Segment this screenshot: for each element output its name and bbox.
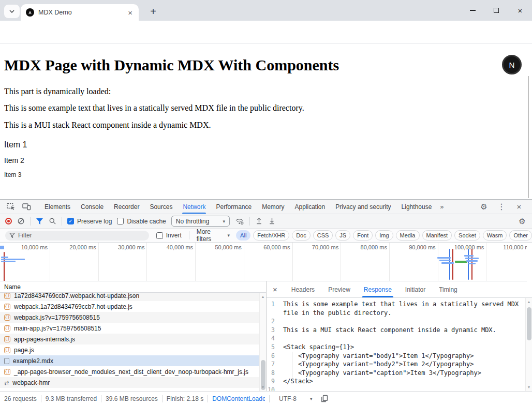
scroll-up-icon[interactable]: ▲ [526, 300, 532, 304]
checkbox-checked-icon[interactable]: ✓ [67, 218, 74, 224]
network-settings-button[interactable]: ⚙ [515, 216, 529, 227]
request-row[interactable]: {}1a72d8434769ccb7.webpack.hot-update.js… [0, 293, 259, 301]
filter-chip-other[interactable]: Other [509, 230, 532, 241]
scroll-down-icon[interactable]: ▼ [526, 385, 532, 389]
request-row[interactable]: {}page.js [0, 344, 259, 355]
devtools-tab-privacy-and-security[interactable]: Privacy and security [330, 200, 396, 214]
script-file-icon: {} [4, 304, 10, 310]
checkbox-unchecked-icon[interactable] [117, 218, 124, 224]
toolbar-divider [62, 217, 62, 226]
line-number: 4 [267, 334, 283, 343]
invert-toggle[interactable]: Invert [156, 232, 182, 239]
timeline-tick-label: 40,000 ms [152, 244, 193, 250]
line-number: 5 [267, 343, 283, 352]
nextjs-dev-badge[interactable]: N [502, 55, 522, 74]
page-scrollbar[interactable] [528, 76, 529, 198]
detail-tab-initiator[interactable]: Initiator [401, 281, 430, 297]
browser-tab[interactable]: MDX Demo × [21, 4, 139, 21]
window-close-button[interactable]: × [508, 0, 532, 21]
detail-tab-timing[interactable]: Timing [434, 281, 462, 297]
request-row[interactable]: ⇄webpack-hmr [0, 377, 259, 388]
response-scrollbar[interactable]: ▲ ▼ [525, 298, 532, 391]
invert-label[interactable]: Invert [166, 232, 182, 239]
code-line: file in the public directory. [267, 309, 525, 318]
record-network-log-button[interactable] [5, 218, 12, 224]
devtools-tab-application[interactable]: Application [290, 200, 331, 214]
timeline-tick-label: 30,000 ms [103, 244, 144, 250]
scroll-down-icon[interactable]: ▼ [260, 385, 266, 389]
request-row[interactable]: {}main-app.js?v=1759756508515 [0, 323, 259, 334]
export-har-button[interactable] [268, 217, 276, 225]
request-row[interactable]: example2.mdx [0, 355, 259, 366]
devtools-tab-memory[interactable]: Memory [257, 200, 289, 214]
devtools-settings-button[interactable]: ⚙ [477, 201, 491, 213]
more-filters-label[interactable]: More filters [197, 228, 225, 243]
import-har-button[interactable] [255, 217, 263, 225]
document-file-icon [4, 358, 9, 364]
devtools-tab-network[interactable]: Network [178, 200, 211, 214]
filter-chip-all[interactable]: All [236, 230, 250, 241]
window-minimize-button[interactable] [461, 0, 484, 21]
filter-chip-wasm[interactable]: Wasm [483, 230, 507, 241]
detail-tab-headers[interactable]: Headers [287, 281, 319, 297]
filter-input[interactable]: Filter [5, 231, 149, 241]
disable-cache-toggle[interactable]: Disable cache [117, 218, 166, 225]
devtools-tab-performance[interactable]: Performance [211, 200, 257, 214]
request-row[interactable]: {}_app-pages-browser_node_modules_next_d… [0, 366, 259, 377]
timeline-green-bar [455, 261, 467, 263]
preserve-log-label[interactable]: Preserve log [77, 218, 112, 225]
browser-tab-strip: MDX Demo × + × [0, 0, 532, 21]
network-conditions-button[interactable] [235, 217, 244, 225]
request-list-scrollbar[interactable]: ▲ ▼ [259, 293, 266, 391]
scroll-up-icon[interactable]: ▲ [260, 295, 266, 298]
devtools-tab-elements[interactable]: Elements [39, 200, 76, 214]
filter-chip-js[interactable]: JS [335, 230, 350, 241]
encoding-value[interactable]: UTF-8 [279, 395, 297, 402]
devtools-menu-button[interactable]: ⋮ [495, 201, 508, 213]
request-row[interactable]: {}app-pages-internals.js [0, 334, 259, 344]
devtools-tab-lighthouse[interactable]: Lighthouse [396, 200, 437, 214]
devtools-tab-recorder[interactable]: Recorder [109, 200, 144, 214]
network-status-bar: 26 requests9.3 MB transferred39.6 MB res… [0, 391, 532, 405]
tab-close-icon[interactable]: × [127, 8, 134, 17]
throttling-select[interactable]: No throttling ▾ [171, 216, 230, 227]
network-overview-timeline[interactable]: 10,000 ms20,000 ms30,000 ms40,000 ms50,0… [0, 243, 527, 281]
name-column-header[interactable]: Name [0, 281, 266, 293]
disable-cache-label[interactable]: Disable cache [127, 218, 166, 225]
detail-tab-preview[interactable]: Preview [323, 281, 355, 297]
timeline-tick-label: 70,000 ms [297, 244, 338, 250]
filter-chip-font[interactable]: Font [353, 230, 373, 241]
more-filters-button[interactable]: More filters ▾ [197, 228, 230, 243]
tab-search-button[interactable] [4, 5, 20, 18]
more-panels-button[interactable]: » [437, 203, 447, 211]
filter-chip-manifest[interactable]: Manifest [422, 230, 452, 241]
devtools-tab-console[interactable]: Console [76, 200, 109, 214]
requests-pane: Name {}1a72d8434769ccb7.webpack.hot-upda… [0, 281, 267, 391]
request-row[interactable]: {}webpack.1a72d8434769ccb7.hot-update.js [0, 301, 259, 312]
filter-chip-css[interactable]: CSS [313, 230, 333, 241]
device-toolbar-button[interactable] [20, 201, 33, 213]
filter-chip-socket[interactable]: Socket [454, 230, 480, 241]
code-text: <Stack spacing={1}> [283, 343, 354, 352]
filter-chip-fetch-xhr[interactable]: Fetch/XHR [253, 230, 289, 241]
inspect-element-button[interactable] [4, 201, 18, 213]
filter-toggle-button[interactable] [36, 218, 43, 225]
filter-chip-doc[interactable]: Doc [292, 230, 311, 241]
new-tab-button[interactable]: + [146, 4, 160, 19]
scrollbar-thumb[interactable] [527, 307, 531, 340]
code-text: </Stack> [283, 377, 313, 386]
request-row[interactable]: {}webpack.js?v=1759756508515 [0, 312, 259, 323]
search-button[interactable] [49, 217, 56, 225]
devtools-tab-sources[interactable]: Sources [144, 200, 178, 214]
close-detail-icon[interactable]: × [273, 285, 277, 294]
timeline-gridline [341, 243, 341, 281]
checkbox-unchecked-icon[interactable] [156, 232, 163, 239]
clear-network-log-button[interactable] [17, 217, 25, 225]
filter-chip-img[interactable]: Img [375, 230, 393, 241]
filter-chip-media[interactable]: Media [396, 230, 420, 241]
devtools-close-button[interactable]: × [512, 201, 526, 213]
copy-icon[interactable] [321, 395, 328, 402]
window-maximize-button[interactable] [484, 0, 508, 21]
detail-tab-response[interactable]: Response [359, 281, 396, 297]
preserve-log-toggle[interactable]: ✓ Preserve log [67, 218, 112, 225]
